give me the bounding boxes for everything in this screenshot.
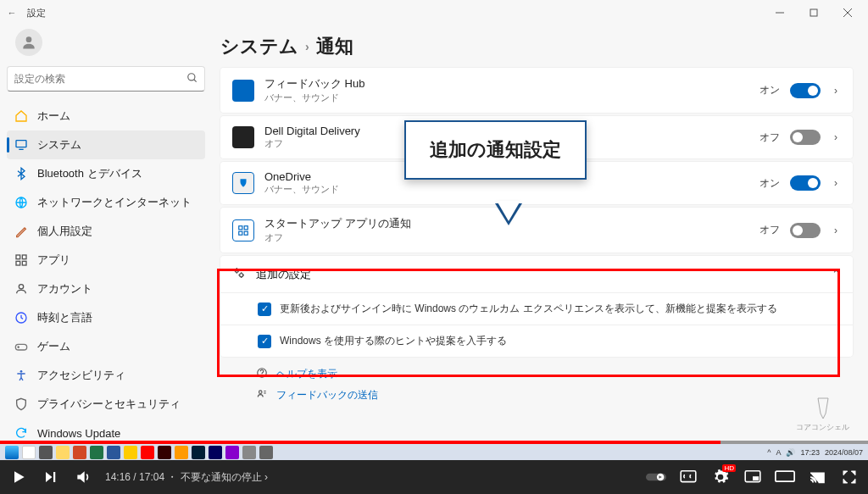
privacy-icon xyxy=(14,397,29,412)
svg-point-17 xyxy=(20,370,23,373)
sidebar-item-label: アプリ xyxy=(37,253,70,268)
toggle-switch[interactable] xyxy=(790,175,821,191)
chevron-right-icon[interactable]: › xyxy=(831,131,841,143)
search-input[interactable] xyxy=(7,66,205,92)
app-notification-row[interactable]: フィードバック Hubバナー、サウンド オン › xyxy=(220,68,853,113)
additional-settings-label: 追加の設定 xyxy=(256,267,311,282)
breadcrumb-leaf: 通知 xyxy=(316,34,353,59)
photoshop-icon[interactable] xyxy=(192,446,205,459)
sidebar-item-time[interactable]: 時刻と言語 xyxy=(7,303,205,332)
chevron-right-icon[interactable]: › xyxy=(831,177,841,189)
cast-button[interactable] xyxy=(807,467,827,487)
premiere-icon[interactable] xyxy=(209,446,222,459)
miniplayer-button[interactable] xyxy=(743,467,763,487)
sidebar-item-label: ホーム xyxy=(37,108,70,124)
play-button[interactable] xyxy=(8,467,29,487)
next-button[interactable] xyxy=(41,467,61,487)
sidebar-item-accessibility[interactable]: アクセシビリティ xyxy=(7,361,205,390)
svg-rect-19 xyxy=(244,225,248,229)
sidebar-item-label: Windows Update xyxy=(37,427,120,440)
toggle-switch[interactable] xyxy=(790,223,821,238)
settings-button[interactable]: HD xyxy=(710,467,731,487)
additional-settings-header[interactable]: 追加の設定 ⌃ xyxy=(220,256,853,292)
autoplay-toggle[interactable] xyxy=(646,467,666,487)
theater-button[interactable] xyxy=(775,467,795,487)
chevron-right-icon[interactable]: › xyxy=(831,225,841,236)
progress-played xyxy=(0,441,721,444)
maximize-button[interactable] xyxy=(797,0,831,25)
sidebar-item-personal[interactable]: 個人用設定 xyxy=(7,217,205,246)
sidebar-item-apps[interactable]: アプリ xyxy=(7,246,205,275)
minimize-button[interactable] xyxy=(763,0,797,25)
app-name: Dell Digital Delivery xyxy=(264,125,360,137)
svg-rect-28 xyxy=(681,471,696,482)
sidebar-item-network[interactable]: ネットワークとインターネット xyxy=(7,188,205,217)
app-icon[interactable] xyxy=(225,446,239,459)
app-icon xyxy=(232,172,254,194)
app-notification-row[interactable]: スタートアップ アプリの通知オフ オフ › xyxy=(220,208,853,253)
svg-rect-1 xyxy=(810,9,817,16)
toggle-switch[interactable] xyxy=(790,83,821,98)
svg-rect-10 xyxy=(16,255,20,259)
captions-button[interactable] xyxy=(678,467,698,487)
checkbox-checked-icon[interactable]: ✓ xyxy=(258,303,271,316)
titlebar: ← 設定 xyxy=(0,0,868,25)
bluetooth-icon xyxy=(14,166,29,181)
app-icon[interactable] xyxy=(242,446,256,459)
personal-icon xyxy=(14,224,29,239)
illustrator-icon[interactable] xyxy=(175,446,188,459)
app-icon xyxy=(232,80,254,102)
app-icon[interactable] xyxy=(141,446,154,459)
sidebar-item-bluetooth[interactable]: Bluetooth とデバイス xyxy=(7,159,205,188)
sidebar-item-label: 個人用設定 xyxy=(37,224,92,239)
search-icon xyxy=(186,72,198,87)
system-tray[interactable]: ^A🔊 17:23 2024/08/07 xyxy=(767,448,863,457)
checkbox-row[interactable]: ✓ 更新後およびサインイン時に Windows のウェルカム エクスペリエンスを… xyxy=(220,292,853,325)
back-icon[interactable]: ← xyxy=(3,8,20,18)
toggle-switch[interactable] xyxy=(790,130,821,145)
sidebar-item-account[interactable]: アカウント xyxy=(7,275,205,303)
sidebar-item-label: アカウント xyxy=(37,281,92,297)
apps-icon xyxy=(14,253,29,268)
sidebar-item-home[interactable]: ホーム xyxy=(7,102,205,130)
avatar[interactable] xyxy=(15,29,42,56)
video-progress-bar[interactable] xyxy=(0,441,868,444)
word-icon[interactable] xyxy=(107,446,120,459)
progress-buffer xyxy=(721,441,868,444)
close-button[interactable] xyxy=(831,0,865,25)
excel-icon[interactable] xyxy=(90,446,103,459)
sidebar-item-label: プライバシーとセキュリティ xyxy=(37,397,181,412)
taskview-icon[interactable] xyxy=(39,446,53,459)
feedback-link[interactable]: フィードバックの送信 xyxy=(256,385,853,406)
sidebar-item-label: 時刻と言語 xyxy=(37,310,92,325)
adobe-icon[interactable] xyxy=(158,446,171,459)
toggle-state-label: オフ xyxy=(760,130,780,145)
chevron-right-icon[interactable]: › xyxy=(831,85,841,97)
sidebar-item-game[interactable]: ゲーム xyxy=(7,332,205,361)
app-sub: オフ xyxy=(264,137,360,150)
checkbox-checked-icon[interactable]: ✓ xyxy=(258,335,271,348)
app-icon[interactable] xyxy=(124,446,137,459)
app-sub: オフ xyxy=(264,231,411,244)
search-box[interactable] xyxy=(7,66,205,92)
svg-rect-18 xyxy=(239,225,242,229)
app-name: スタートアップ アプリの通知 xyxy=(264,216,411,231)
sidebar-item-system[interactable]: システム xyxy=(7,130,205,159)
settings-taskbar-icon[interactable] xyxy=(259,446,273,459)
volume-button[interactable] xyxy=(73,467,93,487)
gears-icon xyxy=(232,266,246,282)
svg-point-22 xyxy=(235,269,238,272)
powerpoint-icon[interactable] xyxy=(73,446,86,459)
start-icon[interactable] xyxy=(5,446,19,459)
toggle-state-label: オン xyxy=(760,176,780,191)
sidebar-item-privacy[interactable]: プライバシーとセキュリティ xyxy=(7,390,205,419)
task-search-icon[interactable] xyxy=(22,446,36,459)
checkbox-row[interactable]: ✓ Windows を使用する際のヒントや提案を入手する xyxy=(220,325,853,357)
fullscreen-button[interactable] xyxy=(839,467,860,487)
network-icon xyxy=(14,195,29,210)
explorer-icon[interactable] xyxy=(56,446,70,459)
svg-point-5 xyxy=(188,74,195,80)
help-link[interactable]: ヘルプを表示 xyxy=(256,364,853,385)
breadcrumb-root[interactable]: システム xyxy=(220,34,298,59)
windows-taskbar[interactable]: ^A🔊 17:23 2024/08/07 xyxy=(0,444,868,460)
